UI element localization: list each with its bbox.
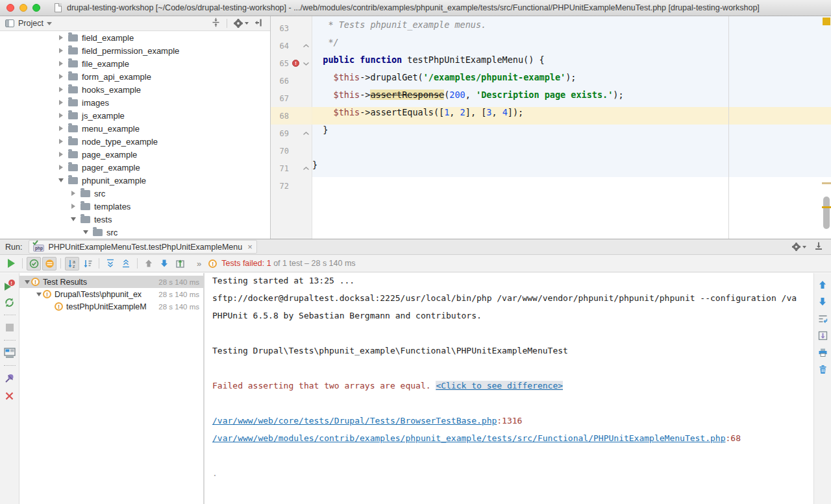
chevron-down-icon[interactable]: [47, 22, 52, 25]
test-tree-item[interactable]: !testPhpUnitExampleM28 s 140 ms: [19, 300, 203, 313]
scrollbar-warning-mark[interactable]: [822, 182, 831, 184]
rerun-button[interactable]: [4, 257, 18, 270]
chevron-right-icon[interactable]: [69, 191, 77, 196]
chevron-right-icon[interactable]: [57, 100, 65, 105]
hide-panel-icon[interactable]: [254, 18, 264, 29]
chevron-right-icon[interactable]: [57, 87, 65, 92]
hide-tool-window-icon[interactable]: [814, 241, 823, 252]
chevron-right-icon[interactable]: [57, 126, 65, 131]
fold-marker-icon[interactable]: [301, 131, 310, 136]
rerun-button[interactable]: [3, 296, 16, 309]
pin-icon[interactable]: [3, 372, 16, 385]
code-lines[interactable]: * Tests phpunit_example menus. */ public…: [312, 19, 831, 195]
chevron-right-icon[interactable]: [69, 204, 77, 209]
window-close-button[interactable]: [6, 4, 14, 12]
project-tree-item[interactable]: hooks_example: [0, 83, 270, 96]
chevron-right-icon[interactable]: [57, 35, 65, 40]
stop-button[interactable]: [3, 321, 16, 334]
soft-wrap-icon[interactable]: [816, 312, 829, 325]
sort-alphabetically-toggle[interactable]: a z: [65, 257, 79, 270]
code-editor[interactable]: 636465!66676869707172 * Tests phpunit_ex…: [271, 16, 831, 239]
project-tree-item[interactable]: images: [0, 96, 270, 109]
run-tool-window: Run: php PHPUnitExampleMenuTest.testPhpU…: [0, 239, 831, 504]
project-tree-item[interactable]: field_permission_example: [0, 44, 270, 57]
chevron-right-icon[interactable]: [57, 152, 65, 157]
window-zoom-button[interactable]: [32, 4, 40, 12]
down-stacktrace-icon[interactable]: [816, 295, 829, 308]
console-toolbar: [813, 273, 831, 504]
scroll-to-end-icon[interactable]: [816, 329, 829, 342]
test-tree-item[interactable]: !Test Results28 s 140 ms: [19, 276, 203, 288]
console-link[interactable]: <Click to see difference>: [436, 381, 563, 390]
test-tree-item[interactable]: !Drupal\Tests\phpunit_ex28 s 140 ms: [19, 288, 203, 300]
gear-icon[interactable]: [791, 242, 806, 252]
console-line: sftp://docker@drupaltest.docksal:2225/us…: [212, 293, 813, 311]
project-tree-item[interactable]: page_example: [0, 148, 270, 161]
clear-console-icon[interactable]: [816, 363, 829, 376]
fold-marker-icon[interactable]: [301, 61, 310, 66]
chevron-right-icon[interactable]: [57, 139, 65, 144]
editor-scrollbar[interactable]: [823, 197, 830, 229]
previous-failed-test-button[interactable]: [142, 257, 156, 270]
chevron-down-icon[interactable]: [57, 178, 65, 182]
chevron-down-icon[interactable]: [82, 230, 90, 234]
up-stacktrace-icon[interactable]: [816, 278, 829, 291]
expand-all-button[interactable]: [103, 257, 118, 270]
chevron-right-icon[interactable]: [57, 165, 65, 170]
import-test-results-button[interactable]: [173, 257, 187, 270]
folder-icon: [81, 190, 90, 197]
project-panel-title[interactable]: Project: [18, 19, 43, 28]
project-tree-item[interactable]: src: [0, 226, 270, 239]
project-tree-item[interactable]: src: [0, 187, 270, 200]
sort-by-duration-button[interactable]: [81, 257, 95, 270]
scrollbar-highlight-mark[interactable]: [822, 206, 831, 208]
run-label: Run:: [5, 243, 22, 252]
project-tree-item[interactable]: field_example: [0, 31, 270, 44]
tree-item-label: images: [82, 98, 109, 108]
chevron-right-icon[interactable]: [57, 61, 65, 66]
close-icon[interactable]: [3, 389, 16, 402]
project-panel: Project: [0, 16, 271, 239]
restore-layout-button[interactable]: [3, 346, 16, 359]
console-link[interactable]: /var/www/web/core/tests/Drupal/Tests/Bro…: [212, 416, 497, 426]
project-tree-item[interactable]: pager_example: [0, 161, 270, 174]
next-failed-test-button[interactable]: [157, 257, 171, 270]
project-panel-header: Project: [0, 16, 270, 31]
gear-icon[interactable]: [233, 18, 249, 29]
more-actions-icon[interactable]: »: [197, 259, 202, 269]
run-content: !: [0, 273, 831, 504]
project-tree-item[interactable]: phpunit_example: [0, 174, 270, 187]
window-minimize-button[interactable]: [19, 4, 27, 12]
chevron-right-icon[interactable]: [57, 113, 65, 118]
scroll-from-source-icon[interactable]: [211, 18, 221, 29]
chevron-down-icon[interactable]: [23, 280, 31, 284]
project-tree-item[interactable]: form_api_example: [0, 70, 270, 83]
test-duration: 28 s 140 ms: [158, 303, 203, 311]
chevron-down-icon[interactable]: [35, 293, 43, 296]
folder-icon: [81, 216, 90, 223]
project-tree-item[interactable]: tests: [0, 213, 270, 226]
collapse-all-button[interactable]: [119, 257, 133, 270]
close-icon[interactable]: ×: [247, 242, 253, 252]
chevron-down-icon[interactable]: [69, 217, 77, 221]
project-tree-item[interactable]: node_type_example: [0, 135, 270, 148]
project-tree-item[interactable]: js_example: [0, 109, 270, 122]
inspection-status-indicator[interactable]: [823, 18, 830, 25]
project-tree-item[interactable]: menu_example: [0, 122, 270, 135]
print-icon[interactable]: [816, 346, 829, 359]
chevron-right-icon[interactable]: [57, 74, 65, 79]
folder-icon: [81, 203, 90, 210]
rerun-failed-tests-button[interactable]: !: [3, 278, 16, 291]
show-passed-toggle[interactable]: [27, 257, 41, 270]
test-console[interactable]: Testing started at 13:25 ...sftp://docke…: [205, 273, 831, 504]
run-configuration-tab[interactable]: php PHPUnitExampleMenuTest.testPhpUnitEx…: [29, 240, 256, 254]
test-failed-gutter-icon[interactable]: !: [290, 60, 301, 67]
project-tree-item[interactable]: file_example: [0, 57, 270, 70]
fold-marker-icon[interactable]: [301, 43, 310, 49]
chevron-right-icon[interactable]: [57, 48, 65, 53]
show-ignored-toggle[interactable]: [42, 257, 56, 270]
project-tree-item[interactable]: templates: [0, 200, 270, 213]
console-link[interactable]: /var/www/web/modules/contrib/examples/ph…: [212, 433, 726, 443]
gutter-rows: 636465!66676869707172: [271, 19, 312, 195]
fold-marker-icon[interactable]: [301, 166, 310, 171]
